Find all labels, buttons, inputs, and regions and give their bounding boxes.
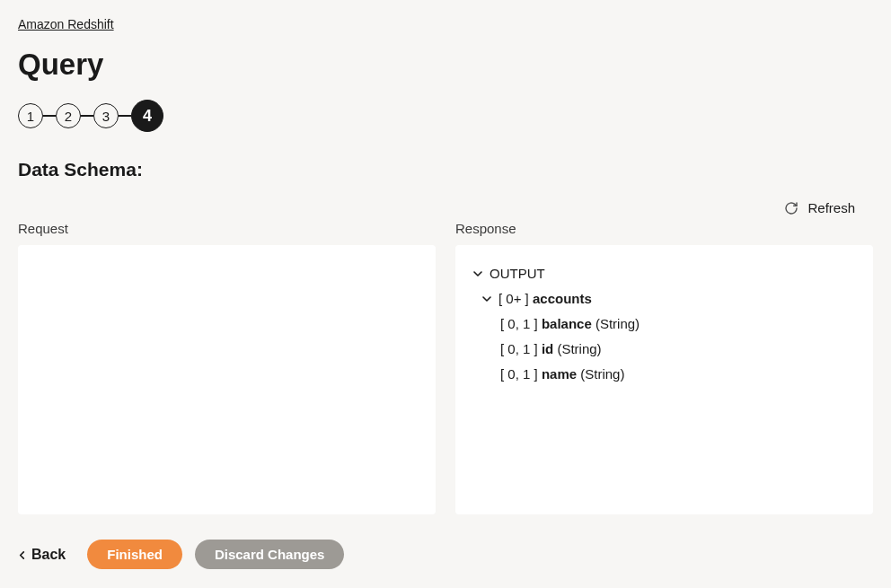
refresh-button[interactable]: Refresh [784,200,873,215]
step-connector [81,115,93,117]
tree-field-type: (String) [595,316,640,331]
tree-field-type: (String) [557,341,601,356]
finished-button[interactable]: Finished [87,540,182,569]
response-label: Response [455,221,873,236]
tree-field-cardinality: [ 0, 1 ] [500,316,538,331]
tree-root-label: OUTPUT [490,263,545,285]
refresh-label: Refresh [807,200,855,215]
step-4-active[interactable]: 4 [131,100,163,132]
tree-field-cardinality: [ 0, 1 ] [500,341,538,356]
chevron-down-icon [482,294,491,303]
tree-group[interactable]: [ 0+ ] accounts [473,286,855,312]
tree-group-name: accounts [533,291,592,306]
tree-field-name: balance [542,316,592,331]
back-button[interactable]: Back [18,547,66,563]
request-panel [18,245,436,514]
tree-field: [ 0, 1 ] name (String) [473,362,855,387]
tree-field-cardinality: [ 0, 1 ] [500,366,538,382]
chevron-down-icon [473,269,482,278]
tree-group-cardinality: [ 0+ ] [498,291,529,306]
breadcrumb-link[interactable]: Amazon Redshift [18,17,114,31]
request-label: Request [18,221,436,236]
tree-field-name: name [542,366,577,382]
back-label: Back [31,547,66,563]
stepper: 1 2 3 4 [18,100,873,132]
tree-field-type: (String) [580,366,624,382]
discard-changes-button[interactable]: Discard Changes [195,540,345,569]
step-2[interactable]: 2 [56,103,81,128]
page-title: Query [18,48,873,82]
step-connector [43,115,56,117]
tree-root[interactable]: OUTPUT [473,261,855,286]
tree-field-name: id [542,341,553,356]
tree-field: [ 0, 1 ] id (String) [473,337,855,362]
schema-label: Data Schema: [18,159,873,180]
response-panel: OUTPUT [ 0+ ] accounts [ 0, 1 ] balance [455,245,873,514]
step-3[interactable]: 3 [93,103,119,128]
tree-field: [ 0, 1 ] balance (String) [473,312,855,337]
chevron-left-icon [18,549,26,561]
step-1[interactable]: 1 [18,103,43,128]
refresh-icon [784,201,798,215]
step-connector [119,115,131,117]
